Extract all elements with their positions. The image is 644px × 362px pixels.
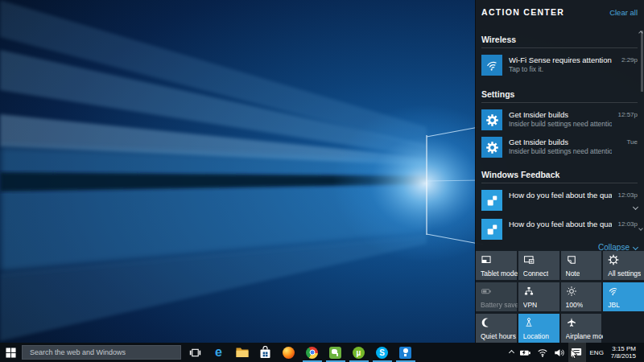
chrome-icon — [306, 346, 319, 359]
taskbar-app-utorrent[interactable]: µ — [347, 343, 370, 362]
notification-subtitle: Insider build settings need attention — [509, 120, 612, 129]
taskbar-app-skype[interactable]: S — [370, 343, 394, 362]
evernote-icon — [329, 346, 342, 359]
firefox-icon — [283, 346, 295, 359]
notification-title: Get Insider builds — [509, 137, 612, 147]
notification-time: 12:03p — [612, 190, 638, 212]
notification-title: Get Insider builds — [509, 109, 612, 120]
edge-icon: e — [213, 346, 225, 359]
battery-icon — [519, 348, 531, 358]
wifi-tray-button[interactable] — [535, 343, 551, 362]
notification-time: Tue — [612, 137, 638, 147]
start-button[interactable] — [0, 343, 21, 362]
tile-label: JBL — [608, 301, 620, 309]
tray-date: 7/8/2015 — [611, 352, 636, 360]
section-header-windows-feedback: Windows Feedback — [481, 170, 638, 183]
tile-label: 100% — [566, 301, 584, 309]
notification-insider-builds-1[interactable]: Get Insider builds Insider build setting… — [481, 109, 638, 130]
location-icon — [523, 317, 535, 328]
taskbar-clock[interactable]: 3:15 PM 7/8/2015 — [608, 345, 639, 360]
notification-title: How do you feel about the quality c — [509, 190, 612, 200]
notification-subtitle: Insider build settings need attention — [509, 147, 612, 156]
taskbar-app-edge[interactable]: e — [207, 343, 230, 362]
gear-icon — [481, 109, 502, 130]
wifi-icon — [608, 286, 619, 297]
notification-time: 2:29p — [612, 55, 638, 65]
store-icon — [259, 346, 272, 359]
notification-title: How do you feel about the quality c — [509, 219, 612, 229]
clear-all-button[interactable]: Clear all — [609, 8, 638, 17]
quick-action-tablet-mode[interactable]: Tablet mode — [476, 251, 517, 280]
tile-label: All settings — [608, 269, 641, 278]
quick-action-battery-saver[interactable]: Battery saver — [476, 282, 517, 311]
quick-action-vpn[interactable]: VPN — [518, 282, 559, 311]
quick-action-quiet-hours[interactable]: Quiet hours — [476, 314, 517, 343]
quick-action-jbl[interactable]: JBL — [603, 282, 644, 311]
action-center-tray-button[interactable] — [568, 343, 586, 362]
action-center-panel: ACTION CENTER Clear all Wireless Wi-Fi S… — [475, 0, 644, 343]
gear-icon — [481, 137, 502, 158]
battery-tray-button[interactable] — [517, 343, 535, 362]
notification-insider-builds-2[interactable]: Get Insider builds Insider build setting… — [481, 137, 638, 158]
taskbar-app-evernote[interactable] — [324, 343, 347, 362]
quick-action-all-settings[interactable]: All settings — [603, 251, 644, 280]
note-icon — [566, 254, 577, 265]
notification-subtitle: Tap to fix it. — [509, 65, 612, 74]
tile-label: Note — [566, 269, 580, 278]
connect-icon — [523, 254, 535, 265]
volume-tray-button[interactable] — [551, 343, 568, 362]
taskbar-app-store[interactable] — [254, 343, 277, 362]
windows-logo-icon — [6, 348, 16, 358]
notification-wifi-sense[interactable]: Wi-Fi Sense requires attention. Tap to f… — [481, 55, 638, 76]
empty-grid-cell — [603, 314, 644, 343]
action-center-header: ACTION CENTER Clear all — [476, 0, 644, 17]
hidden-icons-button[interactable] — [507, 343, 517, 362]
feedback-icon — [481, 190, 502, 211]
search-input[interactable] — [23, 346, 180, 359]
brightness-sun-icon — [566, 286, 577, 297]
battery-saver-icon — [481, 286, 492, 297]
taskbar-search[interactable] — [22, 345, 181, 360]
tile-label: Airplane mode — [566, 332, 603, 340]
wifi-icon — [481, 55, 502, 76]
quick-action-location[interactable]: Location — [518, 314, 559, 343]
section-header-wireless: Wireless — [481, 35, 638, 48]
windows-desktop: ACTION CENTER Clear all Wireless Wi-Fi S… — [0, 0, 644, 362]
taskbar-app-firefox[interactable] — [277, 343, 300, 362]
chevron-down-icon — [633, 245, 638, 250]
utorrent-icon: µ — [353, 346, 365, 359]
tips-lightbulb-icon — [399, 346, 412, 359]
mouse-cursor-icon — [570, 349, 578, 360]
moon-icon — [481, 317, 492, 328]
action-center-title: ACTION CENTER — [481, 7, 564, 17]
quick-actions-grid: Tablet mode Connect Note — [476, 251, 644, 343]
expand-chevron-icon[interactable] — [633, 204, 638, 210]
tile-label: Quiet hours — [481, 332, 516, 340]
tray-time: 3:15 PM — [611, 345, 636, 352]
quick-action-note[interactable]: Note — [561, 251, 602, 280]
wifi-icon — [537, 348, 548, 357]
notification-time: 12:57p — [612, 109, 638, 120]
tile-label: Tablet mode — [481, 269, 518, 278]
vpn-icon — [523, 286, 535, 297]
taskbar-app-chrome[interactable] — [300, 343, 324, 362]
notification-title: Wi-Fi Sense requires attention. — [509, 55, 612, 65]
quick-action-brightness[interactable]: 100% — [561, 282, 602, 311]
notification-list: Wireless Wi-Fi Sense requires attention.… — [476, 21, 644, 251]
notification-feedback-1[interactable]: How do you feel about the quality c 12:0… — [481, 190, 638, 212]
feedback-icon — [481, 219, 502, 240]
task-view-button[interactable] — [184, 343, 205, 362]
volume-icon — [554, 348, 565, 358]
taskbar-app-file-explorer[interactable] — [230, 343, 254, 362]
system-tray: ENG 3:15 PM 7/8/2015 — [507, 343, 644, 362]
taskbar-app-tips[interactable] — [394, 343, 417, 362]
taskbar: e µ — [0, 343, 644, 362]
tile-label: Location — [523, 332, 549, 340]
quick-action-airplane-mode[interactable]: Airplane mode — [561, 314, 602, 343]
notification-feedback-2[interactable]: How do you feel about the quality c 12:0… — [481, 219, 638, 240]
tile-label: Battery saver — [481, 301, 518, 309]
tile-label: Connect — [523, 269, 549, 278]
language-indicator[interactable]: ENG — [586, 349, 608, 356]
collapse-button[interactable]: Collapse — [481, 243, 638, 251]
quick-action-connect[interactable]: Connect — [518, 251, 559, 280]
